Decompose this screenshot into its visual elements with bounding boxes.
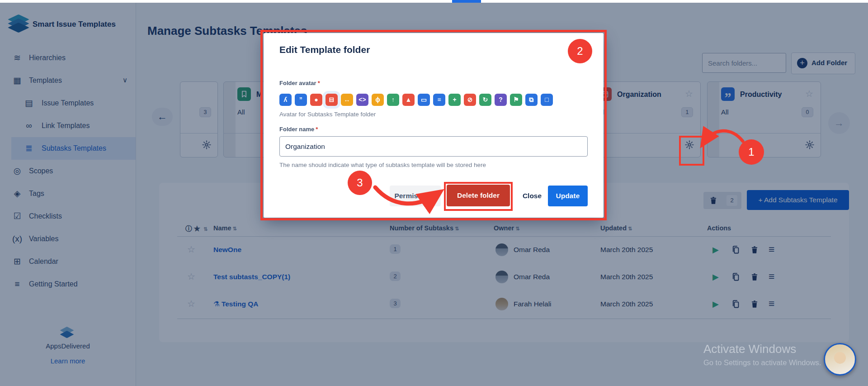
refresh-icon[interactable]: ↻ (479, 94, 491, 106)
annotation-step-2: 2 (568, 39, 592, 63)
quotes-icon[interactable]: ” (295, 94, 307, 106)
folder-name-label: Folder name* (279, 126, 318, 133)
commit-icon[interactable]: ϕ (372, 94, 384, 106)
top-tab-indicator (452, 0, 481, 3)
folder-name-input[interactable] (279, 136, 588, 157)
delete-folder-button[interactable]: Delete folder (447, 185, 510, 206)
modal-title: Edit Template folder (279, 44, 370, 55)
rectangle-icon[interactable]: ▭ (418, 94, 430, 106)
close-button[interactable]: Close (518, 186, 546, 206)
folder-avatar-picker: ʎ”●⊟↔<>ϕ↑▲▭≡+⊘↻?⚑⧉□ (279, 91, 553, 109)
arrow-up-icon[interactable]: ↑ (387, 94, 399, 106)
permissions-button[interactable]: Permissions (390, 186, 441, 206)
no-entry-icon[interactable]: ⊘ (464, 94, 476, 106)
question-icon[interactable]: ? (495, 94, 507, 106)
plus-icon[interactable]: + (448, 94, 461, 106)
avatar-help-text: Avatar for Subtasks Template folder (279, 111, 376, 118)
square-icon[interactable]: □ (541, 94, 553, 106)
code-icon[interactable]: <> (356, 94, 368, 106)
lines-icon[interactable]: ≡ (433, 94, 445, 106)
top-strip (0, 0, 868, 3)
annotation-step-3: 3 (348, 171, 372, 195)
cone-icon[interactable]: ▲ (402, 94, 415, 106)
name-help-text: The name should indicate what type of su… (279, 162, 486, 168)
calendar-icon[interactable]: ⊟ (326, 94, 338, 106)
dot-icon[interactable]: ● (310, 94, 322, 106)
folder-avatar-label: Folder avatar* (279, 80, 320, 86)
branch-icon[interactable]: ʎ (279, 94, 292, 106)
arrows-horizontal-icon[interactable]: ↔ (341, 94, 353, 106)
update-button[interactable]: Update (548, 186, 588, 206)
edit-template-folder-modal: Edit Template folder Folder avatar* ʎ”●⊟… (264, 33, 604, 218)
overlap-squares-icon[interactable]: ⧉ (525, 94, 538, 106)
activate-windows-subtext: Go to Settings to activate Windows. (703, 358, 821, 367)
app-root: Smart Issue Templates ≋Hierarchies∨▦Temp… (0, 0, 868, 386)
activate-windows-watermark: Activate Windows (703, 342, 796, 356)
flag-icon[interactable]: ⚑ (510, 94, 522, 106)
support-chat-avatar[interactable] (824, 343, 856, 376)
annotation-step-1: 1 (739, 139, 764, 165)
